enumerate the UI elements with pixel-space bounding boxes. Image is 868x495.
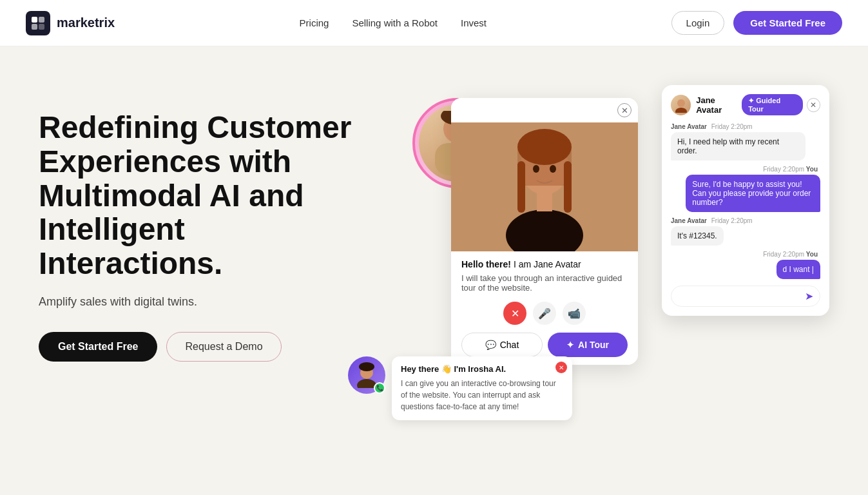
svg-point-19 (675, 108, 687, 113)
video-card-image (451, 122, 638, 251)
nav-get-started-button[interactable]: Get Started Free (733, 11, 842, 35)
agent-message-body: I can give you an interactive co-browsin… (401, 378, 563, 412)
chat-tab-button[interactable]: 💬 Chat (461, 333, 543, 357)
end-call-button[interactable]: ✕ (503, 302, 526, 325)
svg-point-22 (359, 362, 374, 371)
mic-button[interactable]: 🎤 (533, 302, 556, 325)
navbar: marketrix Pricing Selling with a Robot I… (0, 0, 868, 46)
video-card-desc: I will take you through an interactive g… (461, 273, 628, 293)
chat-send-button[interactable]: ➤ (805, 290, 813, 302)
nav-link-pricing[interactable]: Pricing (300, 17, 329, 28)
hero-subtitle: Amplify sales with digital twins. (39, 295, 374, 309)
svg-rect-2 (32, 24, 37, 30)
chat-message-1: Jane Avatar Friday 2:20pm Hi, I need hel… (671, 123, 820, 160)
agent-message-title: Hey there 👋 I'm Irosha AI. (401, 364, 563, 374)
video-card-controls: ✕ 🎤 📹 (461, 302, 628, 325)
chat-panel-header: Jane Avatar ✦ Guided Tour ✕ (671, 94, 820, 115)
hero-demo-button[interactable]: Request a Demo (166, 332, 281, 362)
chat-message-4: Friday 2:20pm You d I want | (671, 251, 820, 279)
video-card-header: ✕ (451, 98, 638, 122)
svg-rect-12 (517, 161, 525, 213)
hero-buttons: Get Started Free Request a Demo (39, 332, 374, 362)
svg-rect-13 (564, 161, 572, 213)
chat-avatar (671, 95, 691, 115)
svg-rect-1 (39, 17, 44, 23)
nav-logo[interactable]: marketrix (26, 11, 115, 35)
nav-links: Pricing Selling with a Robot Invest (300, 17, 487, 29)
agent-message-card: ✕ Hey there 👋 I'm Irosha AI. I can give … (392, 356, 572, 420)
video-card-footer: Hello there! I am Jane Avatar I will tak… (451, 251, 638, 365)
chat-bubble-1: Hi, I need help with my recent order. (671, 132, 805, 160)
chat-icon: 💬 (485, 340, 496, 350)
agent-popup: 📞 ✕ Hey there 👋 I'm Irosha AI. I can giv… (348, 356, 572, 420)
chat-message-3: Jane Avatar Friday 2:20pm It's #12345. (671, 217, 820, 246)
agent-online-badge: 📞 (374, 382, 385, 394)
video-button[interactable]: 📹 (563, 302, 586, 325)
nav-link-selling-robot[interactable]: Selling with a Robot (352, 17, 438, 28)
chat-user-name: Jane Avatar (696, 95, 742, 115)
chat-bubble-2: Sure, I'd be happy to assist you! Can yo… (686, 175, 820, 212)
video-card-greeting: Hello there! I am Jane Avatar (461, 259, 628, 269)
chat-msg-meta-3: Jane Avatar Friday 2:20pm (671, 217, 820, 224)
agent-message-close-btn[interactable]: ✕ (555, 362, 567, 373)
agent-avatar: 📞 (348, 356, 385, 394)
chat-msg-meta-2: Friday 2:20pm You (671, 166, 820, 173)
chat-msg-meta-1: Jane Avatar Friday 2:20pm (671, 123, 820, 130)
hero-section: Redefining Customer Experiences with Mul… (0, 46, 868, 407)
chat-input-row: ➤ (671, 286, 820, 307)
video-card-close[interactable]: ✕ (617, 103, 632, 117)
svg-point-16 (533, 165, 539, 173)
nav-link-invest[interactable]: Invest (461, 17, 487, 28)
hero-left: Redefining Customer Experiences with Mul… (39, 85, 374, 362)
svg-rect-15 (537, 192, 552, 211)
tour-tab-button[interactable]: ✦ AI Tour (548, 333, 628, 357)
svg-point-17 (550, 165, 556, 173)
hero-right: ✕ (374, 85, 829, 369)
brand-name: marketrix (57, 15, 115, 30)
logo-icon (26, 11, 50, 35)
login-button[interactable]: Login (671, 11, 725, 35)
chat-bubble-4: d I want | (776, 260, 820, 279)
guided-tour-badge: ✦ Guided Tour (742, 94, 802, 115)
svg-rect-3 (39, 24, 44, 30)
video-card: ✕ (451, 98, 638, 365)
chat-panel-close-btn[interactable]: ✕ (807, 98, 820, 112)
svg-rect-11 (517, 147, 572, 186)
chat-messages: Jane Avatar Friday 2:20pm Hi, I need hel… (671, 123, 820, 279)
chat-bubble-3: It's #12345. (671, 226, 724, 246)
svg-point-18 (677, 99, 685, 107)
svg-rect-0 (32, 17, 37, 23)
nav-actions: Login Get Started Free (671, 11, 842, 35)
backed-section: Backed By NVIDIA Inception & Microsoft f… (0, 485, 868, 495)
chat-msg-meta-4: Friday 2:20pm You (671, 251, 820, 258)
chat-input[interactable] (678, 292, 801, 301)
hero-get-started-button[interactable]: Get Started Free (39, 332, 157, 362)
hero-title: Redefining Customer Experiences with Mul… (39, 111, 374, 281)
star-icon: ✦ (566, 340, 574, 350)
video-card-tab-buttons: 💬 Chat ✦ AI Tour (461, 333, 628, 357)
chat-panel: Jane Avatar ✦ Guided Tour ✕ Jane Avatar … (662, 85, 829, 316)
chat-message-2: Friday 2:20pm You Sure, I'd be happy to … (671, 166, 820, 212)
